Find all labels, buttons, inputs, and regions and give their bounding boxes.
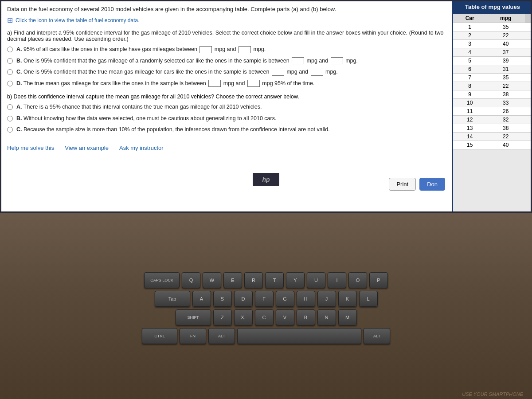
- radio-a2[interactable]: [7, 104, 13, 110]
- radio-a1[interactable]: [7, 47, 13, 52]
- option-b2[interactable]: B. Without knowing how the data were sel…: [7, 115, 445, 123]
- input-box-a1-1[interactable]: [200, 46, 212, 53]
- main-content: Data on the fuel economy of several 2010…: [0, 0, 452, 213]
- key-space[interactable]: [237, 328, 361, 344]
- key-c[interactable]: C: [255, 309, 274, 325]
- key-u[interactable]: U: [307, 272, 325, 288]
- key-fn[interactable]: FN: [180, 328, 206, 344]
- print-button[interactable]: Print: [389, 178, 416, 191]
- col-scroll[interactable]: [525, 14, 532, 23]
- input-box-d1-1[interactable]: [208, 80, 221, 87]
- view-example-button[interactable]: View an example: [65, 145, 109, 151]
- car-number: 3: [453, 40, 486, 48]
- key-j[interactable]: J: [317, 291, 336, 307]
- input-box-d1-2[interactable]: [247, 80, 260, 87]
- key-m[interactable]: M: [338, 309, 357, 325]
- table-link-text[interactable]: Click the icon to view the table of fuel…: [16, 17, 140, 23]
- mpg-value: 22: [486, 82, 525, 90]
- table-row: 1033: [453, 99, 532, 107]
- radio-c1[interactable]: [7, 69, 13, 75]
- option-d1-label: D. The true mean gas mileage for cars li…: [16, 80, 314, 88]
- done-button[interactable]: Don: [419, 178, 445, 191]
- mpg-value: 37: [486, 48, 525, 57]
- table-row: 631: [453, 65, 532, 74]
- mpg-value: 31: [486, 65, 525, 74]
- car-number: 8: [453, 82, 486, 90]
- car-number: 1: [453, 23, 486, 31]
- car-number: 6: [453, 65, 486, 74]
- key-i[interactable]: I: [328, 272, 346, 288]
- option-b1[interactable]: B. One is 95% confident that the gas mil…: [7, 57, 445, 65]
- key-d[interactable]: D: [234, 291, 253, 307]
- radio-c2[interactable]: [7, 127, 13, 133]
- input-box-b1-2[interactable]: [331, 57, 343, 64]
- key-tab[interactable]: Tab: [155, 291, 190, 307]
- mpg-value: 38: [486, 124, 525, 133]
- option-c1[interactable]: C. One is 95% confident that the true me…: [7, 68, 445, 76]
- car-number: 10: [453, 99, 486, 107]
- key-o[interactable]: O: [348, 272, 367, 288]
- option-b2-label: B. Without knowing how the data were sel…: [16, 115, 276, 123]
- keyboard-area: CAPS LOCK Q W E R T Y U I O P Tab A S D …: [0, 213, 532, 399]
- bottom-buttons-row: Help me solve this View an example Ask m…: [7, 141, 445, 151]
- option-a2-label: A. There is a 95% chance that this inter…: [16, 103, 262, 111]
- question-header: Data on the fuel economy of several 2010…: [7, 5, 445, 13]
- input-box-c1-1[interactable]: [272, 69, 284, 76]
- key-row-middle: Tab A S D F G H J K L: [66, 291, 466, 307]
- key-e[interactable]: E: [223, 272, 242, 288]
- key-y[interactable]: Y: [286, 272, 305, 288]
- key-t[interactable]: T: [265, 272, 284, 288]
- option-c2[interactable]: C. Because the sample size is more than …: [7, 126, 445, 134]
- key-q[interactable]: Q: [182, 272, 200, 288]
- key-ctrl-left[interactable]: CTRL: [142, 328, 177, 344]
- key-l[interactable]: L: [359, 291, 378, 307]
- key-f[interactable]: F: [255, 291, 274, 307]
- car-number: 5: [453, 57, 486, 65]
- option-d1[interactable]: D. The true mean gas mileage for cars li…: [7, 80, 445, 88]
- key-v[interactable]: V: [276, 309, 294, 325]
- car-number: 15: [453, 141, 486, 149]
- key-n[interactable]: N: [317, 309, 336, 325]
- key-g[interactable]: G: [276, 291, 294, 307]
- help-button[interactable]: Help me solve this: [7, 145, 54, 151]
- table-row: 340: [453, 40, 532, 48]
- mpg-value: 32: [486, 116, 525, 124]
- option-a1-label: A. 95% of all cars like the ones in the …: [16, 46, 266, 54]
- mpg-panel-title: Table of mpg values: [453, 0, 532, 14]
- radio-d1[interactable]: [7, 81, 13, 86]
- table-row: 822: [453, 82, 532, 90]
- input-box-b1-1[interactable]: [292, 57, 304, 64]
- option-a1[interactable]: A. 95% of all cars like the ones in the …: [7, 46, 445, 54]
- key-s[interactable]: S: [213, 291, 232, 307]
- key-k[interactable]: K: [338, 291, 357, 307]
- key-r[interactable]: R: [244, 272, 263, 288]
- car-number: 14: [453, 133, 486, 141]
- radio-b1[interactable]: [7, 58, 13, 64]
- part-a-label: a) Find and interpret a 95% confidence i…: [7, 30, 445, 42]
- key-w[interactable]: W: [203, 272, 221, 288]
- input-box-a1-2[interactable]: [239, 46, 251, 53]
- car-number: 12: [453, 116, 486, 124]
- option-c1-label: C. One is 95% confident that the true me…: [16, 68, 338, 76]
- key-b[interactable]: B: [297, 309, 315, 325]
- mpg-value: 26: [486, 107, 525, 116]
- radio-b2[interactable]: [7, 116, 13, 121]
- key-alt-right[interactable]: ALT: [364, 328, 390, 344]
- key-p[interactable]: P: [369, 272, 388, 288]
- part-b-label: b) Does this confidence interval capture…: [7, 94, 445, 100]
- hp-logo: hp: [253, 173, 279, 186]
- table-grid-icon[interactable]: ⊞: [7, 16, 13, 24]
- table-link-row[interactable]: ⊞ Click the icon to view the table of fu…: [7, 16, 445, 24]
- key-h[interactable]: H: [297, 291, 315, 307]
- key-caps[interactable]: CAPS LOCK: [144, 272, 180, 288]
- option-a2[interactable]: A. There is a 95% chance that this inter…: [7, 103, 445, 111]
- mpg-value: 35: [486, 23, 525, 31]
- ask-instructor-button[interactable]: Ask my instructor: [119, 145, 164, 151]
- table-row: 1422: [453, 133, 532, 141]
- key-x[interactable]: X.: [234, 309, 253, 325]
- key-shift-left[interactable]: SHIFT: [176, 309, 211, 325]
- key-alt[interactable]: ALT: [208, 328, 235, 344]
- input-box-c1-2[interactable]: [311, 69, 323, 76]
- key-z[interactable]: Z: [213, 309, 232, 325]
- key-a[interactable]: A: [192, 291, 211, 307]
